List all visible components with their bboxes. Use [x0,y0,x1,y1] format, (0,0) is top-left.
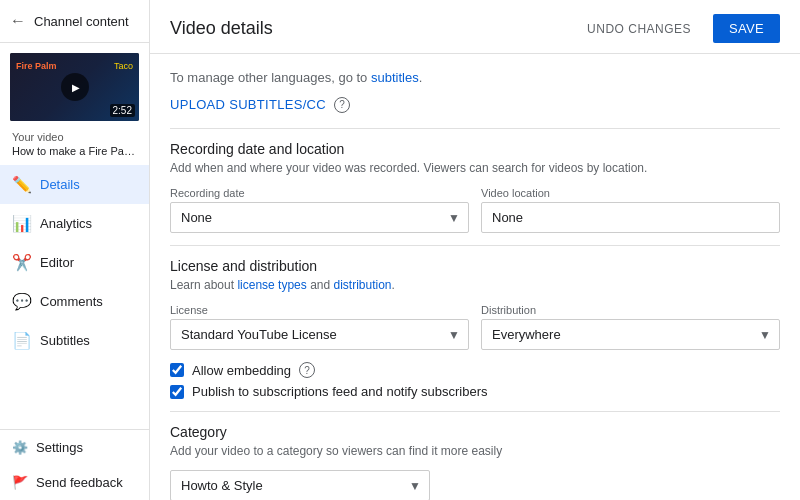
page-header: Video details UNDO CHANGES SAVE [150,0,800,54]
play-icon [61,73,89,101]
recording-date-label: Recording date [170,187,469,199]
license-section: License and distribution Learn about lic… [170,258,780,399]
recording-date-group: Recording date None ▼ [170,187,469,233]
content-body: To manage other languages, go to subtitl… [150,54,800,500]
license-group: License Standard YouTube License Creativ… [170,304,469,350]
undo-changes-button[interactable]: UNDO CHANGES [575,16,703,42]
category-section: Category Add your video to a category so… [170,424,780,500]
feedback-icon: 🚩 [12,475,28,490]
sidebar: ← Channel content Fire Palm Taco 2:52 Yo… [0,0,150,500]
category-section-title: Category [170,424,780,440]
recording-date-select-wrapper: None ▼ [170,202,469,233]
settings-icon: ⚙️ [12,440,28,455]
distribution-group: Distribution Everywhere ▼ [481,304,780,350]
video-location-label: Video location [481,187,780,199]
feedback-label: Send feedback [36,475,123,490]
license-and-text: and [310,278,330,292]
video-title: How to make a Fire Palm Effect~Gr... [0,145,149,165]
video-thumbnail[interactable]: Fire Palm Taco 2:52 [10,53,139,121]
divider-2 [170,245,780,246]
publish-feed-checkbox[interactable] [170,385,184,399]
embedding-help-icon[interactable]: ? [299,362,315,378]
editor-icon: ✂️ [12,253,32,272]
analytics-icon: 📊 [12,214,32,233]
distribution-label: Distribution [481,304,780,316]
header-actions: UNDO CHANGES SAVE [575,14,780,43]
license-section-title: License and distribution [170,258,780,274]
sidebar-item-editor[interactable]: ✂️ Editor [0,243,149,282]
subtitles-info-text: To manage other languages, go to [170,70,367,85]
subtitles-link[interactable]: subtitles [371,70,419,85]
settings-label: Settings [36,440,83,455]
divider-1 [170,128,780,129]
license-info-text: Learn about [170,278,234,292]
category-select[interactable]: Film & Animation Autos & Vehicles Music … [171,471,429,500]
channel-content-label: Channel content [34,14,129,29]
license-select-wrapper: Standard YouTube License Creative Common… [170,319,469,350]
license-form-row: License Standard YouTube License Creativ… [170,304,780,350]
subtitles-help-icon[interactable]: ? [334,97,350,113]
details-label: Details [40,177,80,192]
sidebar-item-analytics[interactable]: 📊 Analytics [0,204,149,243]
save-button[interactable]: SAVE [713,14,780,43]
subtitles-label: Subtitles [40,333,90,348]
page-title: Video details [170,18,273,39]
license-types-link[interactable]: license types [237,278,306,292]
editor-label: Editor [40,255,74,270]
sidebar-item-feedback[interactable]: 🚩 Send feedback [0,465,149,500]
distribution-select[interactable]: Everywhere [482,320,779,349]
main-content: Video details UNDO CHANGES SAVE To manag… [150,0,800,500]
license-section-desc: Learn about license types and distributi… [170,278,780,292]
subtitles-icon: 📄 [12,331,32,350]
sidebar-item-subtitles[interactable]: 📄 Subtitles [0,321,149,360]
video-location-group: Video location [481,187,780,233]
sidebar-bottom: ⚙️ Settings 🚩 Send feedback [0,429,149,500]
allow-embedding-checkbox[interactable] [170,363,184,377]
divider-3 [170,411,780,412]
category-section-desc: Add your video to a category so viewers … [170,444,780,458]
back-arrow-icon: ← [10,12,26,30]
back-nav[interactable]: ← Channel content [0,0,149,43]
recording-section-desc: Add when and where your video was record… [170,161,780,175]
details-icon: ✏️ [12,175,32,194]
sidebar-nav: ✏️ Details 📊 Analytics ✂️ Editor 💬 Comme… [0,165,149,429]
recording-section-title: Recording date and location [170,141,780,157]
upload-subtitles-button[interactable]: UPLOAD SUBTITLES/CC [170,93,326,116]
license-label: License [170,304,469,316]
video-duration: 2:52 [110,104,135,117]
sidebar-item-settings[interactable]: ⚙️ Settings [0,430,149,465]
sidebar-item-comments[interactable]: 💬 Comments [0,282,149,321]
allow-embedding-row: Allow embedding ? [170,362,780,378]
publish-feed-label[interactable]: Publish to subscriptions feed and notify… [192,384,488,399]
comments-icon: 💬 [12,292,32,311]
license-select[interactable]: Standard YouTube License Creative Common… [171,320,468,349]
distribution-select-wrapper: Everywhere ▼ [481,319,780,350]
subtitles-info: To manage other languages, go to subtitl… [170,70,780,85]
recording-section: Recording date and location Add when and… [170,141,780,233]
comments-label: Comments [40,294,103,309]
analytics-label: Analytics [40,216,92,231]
video-location-input[interactable] [481,202,780,233]
recording-form-row: Recording date None ▼ Video location [170,187,780,233]
publish-feed-row: Publish to subscriptions feed and notify… [170,384,780,399]
recording-date-select[interactable]: None [171,203,468,232]
distribution-link[interactable]: distribution [334,278,392,292]
category-select-wrapper: Film & Animation Autos & Vehicles Music … [170,470,430,500]
your-video-label: Your video [0,131,149,145]
sidebar-item-details[interactable]: ✏️ Details [0,165,149,204]
allow-embedding-label[interactable]: Allow embedding [192,363,291,378]
